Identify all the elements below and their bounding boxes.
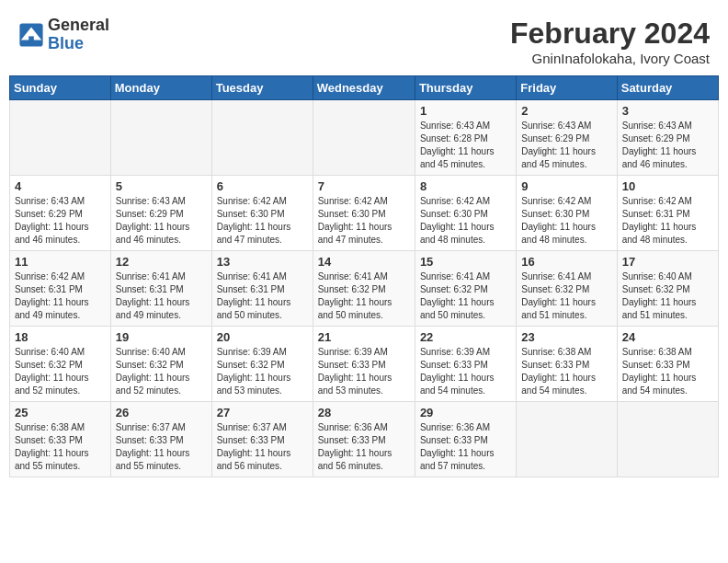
weekday-header-wednesday: Wednesday — [313, 76, 415, 100]
day-cell: 16Sunrise: 6:41 AM Sunset: 6:32 PM Dayli… — [517, 251, 617, 327]
day-cell: 27Sunrise: 6:37 AM Sunset: 6:33 PM Dayli… — [211, 402, 313, 477]
location: GninInafolokaha, Ivory Coast — [510, 51, 710, 66]
day-number: 26 — [116, 406, 207, 419]
day-cell — [517, 402, 617, 477]
week-row-4: 18Sunrise: 6:40 AM Sunset: 6:32 PM Dayli… — [10, 327, 719, 402]
day-info: Sunrise: 6:43 AM Sunset: 6:29 PM Dayligh… — [116, 195, 207, 247]
day-cell: 12Sunrise: 6:41 AM Sunset: 6:31 PM Dayli… — [110, 251, 211, 327]
day-number: 9 — [521, 179, 611, 193]
day-info: Sunrise: 6:43 AM Sunset: 6:29 PM Dayligh… — [521, 120, 611, 171]
calendar-table: SundayMondayTuesdayWednesdayThursdayFrid… — [9, 75, 719, 477]
weekday-header-tuesday: Tuesday — [211, 76, 313, 100]
logo-blue: Blue — [48, 35, 109, 53]
week-row-5: 25Sunrise: 6:38 AM Sunset: 6:33 PM Dayli… — [10, 402, 719, 477]
day-info: Sunrise: 6:36 AM Sunset: 6:33 PM Dayligh… — [318, 421, 410, 473]
day-info: Sunrise: 6:43 AM Sunset: 6:28 PM Dayligh… — [420, 120, 511, 171]
day-cell: 21Sunrise: 6:39 AM Sunset: 6:33 PM Dayli… — [313, 327, 415, 402]
day-number: 11 — [15, 255, 106, 269]
day-info: Sunrise: 6:42 AM Sunset: 6:30 PM Dayligh… — [521, 195, 611, 247]
day-info: Sunrise: 6:42 AM Sunset: 6:30 PM Dayligh… — [318, 195, 410, 247]
day-cell: 20Sunrise: 6:39 AM Sunset: 6:32 PM Dayli… — [211, 327, 313, 402]
day-cell: 5Sunrise: 6:43 AM Sunset: 6:29 PM Daylig… — [110, 176, 211, 251]
logo-text: General Blue — [48, 17, 109, 53]
day-cell: 22Sunrise: 6:39 AM Sunset: 6:33 PM Dayli… — [415, 327, 516, 402]
day-number: 8 — [420, 179, 511, 193]
day-info: Sunrise: 6:37 AM Sunset: 6:33 PM Dayligh… — [116, 421, 207, 473]
day-info: Sunrise: 6:40 AM Sunset: 6:32 PM Dayligh… — [15, 346, 106, 397]
weekday-header-row: SundayMondayTuesdayWednesdayThursdayFrid… — [10, 76, 719, 100]
day-number: 27 — [217, 406, 308, 419]
day-number: 21 — [318, 330, 410, 344]
day-cell: 10Sunrise: 6:42 AM Sunset: 6:31 PM Dayli… — [617, 176, 718, 251]
day-cell: 15Sunrise: 6:41 AM Sunset: 6:32 PM Dayli… — [415, 251, 516, 327]
day-info: Sunrise: 6:41 AM Sunset: 6:32 PM Dayligh… — [521, 270, 611, 322]
day-cell: 29Sunrise: 6:36 AM Sunset: 6:33 PM Dayli… — [415, 402, 516, 477]
day-info: Sunrise: 6:43 AM Sunset: 6:29 PM Dayligh… — [15, 195, 106, 247]
day-info: Sunrise: 6:38 AM Sunset: 6:33 PM Dayligh… — [622, 346, 713, 397]
day-info: Sunrise: 6:37 AM Sunset: 6:33 PM Dayligh… — [217, 421, 308, 473]
day-cell — [211, 100, 313, 176]
day-number: 12 — [116, 255, 207, 269]
week-row-1: 1Sunrise: 6:43 AM Sunset: 6:28 PM Daylig… — [10, 100, 719, 176]
day-info: Sunrise: 6:38 AM Sunset: 6:33 PM Dayligh… — [521, 346, 611, 397]
day-cell: 8Sunrise: 6:42 AM Sunset: 6:30 PM Daylig… — [415, 176, 516, 251]
day-number: 25 — [15, 406, 106, 419]
day-cell: 9Sunrise: 6:42 AM Sunset: 6:30 PM Daylig… — [517, 176, 617, 251]
day-info: Sunrise: 6:42 AM Sunset: 6:30 PM Dayligh… — [420, 195, 511, 247]
day-info: Sunrise: 6:38 AM Sunset: 6:33 PM Dayligh… — [15, 421, 106, 473]
day-cell: 13Sunrise: 6:41 AM Sunset: 6:31 PM Dayli… — [211, 251, 313, 327]
day-cell: 4Sunrise: 6:43 AM Sunset: 6:29 PM Daylig… — [10, 176, 111, 251]
day-info: Sunrise: 6:40 AM Sunset: 6:32 PM Dayligh… — [116, 346, 207, 397]
day-cell — [110, 100, 211, 176]
day-info: Sunrise: 6:40 AM Sunset: 6:32 PM Dayligh… — [622, 270, 713, 322]
day-info: Sunrise: 6:39 AM Sunset: 6:33 PM Dayligh… — [318, 346, 410, 397]
svg-rect-2 — [28, 36, 34, 43]
weekday-header-monday: Monday — [110, 76, 211, 100]
day-cell: 14Sunrise: 6:41 AM Sunset: 6:32 PM Dayli… — [313, 251, 415, 327]
weekday-header-friday: Friday — [517, 76, 617, 100]
week-row-2: 4Sunrise: 6:43 AM Sunset: 6:29 PM Daylig… — [10, 176, 719, 251]
day-number: 10 — [622, 179, 713, 193]
day-cell: 2Sunrise: 6:43 AM Sunset: 6:29 PM Daylig… — [517, 100, 617, 176]
day-number: 5 — [116, 179, 207, 193]
day-cell: 1Sunrise: 6:43 AM Sunset: 6:28 PM Daylig… — [415, 100, 516, 176]
day-number: 23 — [521, 330, 611, 344]
title-block: February 2024 GninInafolokaha, Ivory Coa… — [510, 17, 710, 66]
day-cell: 7Sunrise: 6:42 AM Sunset: 6:30 PM Daylig… — [313, 176, 415, 251]
day-info: Sunrise: 6:42 AM Sunset: 6:31 PM Dayligh… — [15, 270, 106, 322]
day-number: 14 — [318, 255, 410, 269]
day-number: 19 — [116, 330, 207, 344]
day-number: 4 — [15, 179, 106, 193]
day-info: Sunrise: 6:41 AM Sunset: 6:31 PM Dayligh… — [217, 270, 308, 322]
day-cell: 18Sunrise: 6:40 AM Sunset: 6:32 PM Dayli… — [10, 327, 111, 402]
day-number: 1 — [420, 104, 511, 118]
day-info: Sunrise: 6:43 AM Sunset: 6:29 PM Dayligh… — [622, 120, 713, 171]
month-year: February 2024 — [510, 17, 710, 51]
day-cell: 19Sunrise: 6:40 AM Sunset: 6:32 PM Dayli… — [110, 327, 211, 402]
day-info: Sunrise: 6:39 AM Sunset: 6:33 PM Dayligh… — [420, 346, 511, 397]
day-cell — [313, 100, 415, 176]
day-cell: 3Sunrise: 6:43 AM Sunset: 6:29 PM Daylig… — [617, 100, 718, 176]
day-info: Sunrise: 6:39 AM Sunset: 6:32 PM Dayligh… — [217, 346, 308, 397]
day-number: 13 — [217, 255, 308, 269]
day-cell: 11Sunrise: 6:42 AM Sunset: 6:31 PM Dayli… — [10, 251, 111, 327]
day-info: Sunrise: 6:41 AM Sunset: 6:32 PM Dayligh… — [420, 270, 511, 322]
day-number: 15 — [420, 255, 511, 269]
day-info: Sunrise: 6:36 AM Sunset: 6:33 PM Dayligh… — [420, 421, 511, 473]
weekday-header-sunday: Sunday — [10, 76, 111, 100]
day-info: Sunrise: 6:42 AM Sunset: 6:31 PM Dayligh… — [622, 195, 713, 247]
day-number: 17 — [622, 255, 713, 269]
day-info: Sunrise: 6:42 AM Sunset: 6:30 PM Dayligh… — [217, 195, 308, 247]
logo: General Blue — [18, 17, 109, 53]
day-cell: 26Sunrise: 6:37 AM Sunset: 6:33 PM Dayli… — [110, 402, 211, 477]
day-number: 3 — [622, 104, 713, 118]
day-cell: 17Sunrise: 6:40 AM Sunset: 6:32 PM Dayli… — [617, 251, 718, 327]
day-cell — [617, 402, 718, 477]
day-number: 28 — [318, 406, 410, 419]
weekday-header-thursday: Thursday — [415, 76, 516, 100]
weekday-header-saturday: Saturday — [617, 76, 718, 100]
day-number: 18 — [15, 330, 106, 344]
header: General Blue February 2024 GninInafoloka… — [9, 9, 719, 70]
logo-icon — [18, 22, 44, 48]
day-cell: 28Sunrise: 6:36 AM Sunset: 6:33 PM Dayli… — [313, 402, 415, 477]
